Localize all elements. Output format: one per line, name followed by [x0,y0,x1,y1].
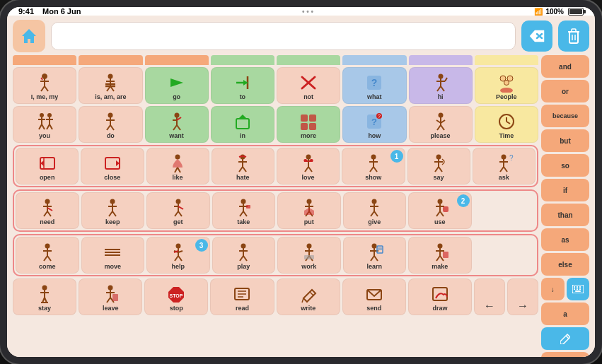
color-tab-5 [277,55,340,65]
svg-rect-191 [443,252,448,258]
svg-line-12 [45,86,48,91]
cell-send[interactable]: send [342,278,406,315]
cell-move[interactable]: move [81,237,145,274]
side-as[interactable]: as [541,228,589,251]
nav-left-icon: ← [484,300,495,312]
side-and[interactable]: and [541,55,589,78]
svg-line-91 [243,167,246,172]
cell-need[interactable]: need [16,192,79,229]
cell-not[interactable]: not [277,67,340,104]
svg-point-14 [108,74,113,79]
cell-get[interactable]: get [146,192,210,229]
cell-how[interactable]: ?? how [342,106,406,143]
svg-line-13 [41,78,42,80]
cell-what[interactable]: ? what [342,67,406,104]
svg-line-48 [50,124,52,129]
svg-rect-216 [577,286,578,288]
svg-rect-151 [443,206,448,212]
cell-i-me-my[interactable]: I, me, my [13,67,76,104]
cell-stop[interactable]: STOP stop [144,278,208,315]
nav-left-button[interactable]: ← [474,278,505,315]
cell-hate[interactable]: hate [212,148,274,184]
come-label: come [39,264,56,271]
svg-line-42 [39,124,42,129]
side-down[interactable]: ↓ [541,278,565,300]
work-icon [299,242,320,262]
side-if[interactable]: if [541,179,589,201]
cell-do[interactable]: do [79,106,142,143]
cell-more[interactable]: more [277,106,340,143]
svg-line-117 [47,208,52,211]
cell-give[interactable]: give [343,192,407,229]
cell-want[interactable]: want [145,106,209,143]
keyboard-button[interactable] [567,278,590,300]
cell-help[interactable]: 3 help [146,237,210,274]
ipad-screen: 9:41 Mon 6 Jun • • • 📶 100% [7,7,595,357]
trash-button[interactable] [558,20,589,52]
cell-make[interactable]: make [408,237,472,274]
write-icon [298,284,319,304]
is-am-are-icon [100,73,121,93]
cell-learn[interactable]: learn [343,237,407,274]
side-the[interactable]: the [541,352,589,357]
side-or[interactable]: or [541,80,589,102]
pencil-button[interactable] [541,327,589,350]
like-label: like [173,175,183,182]
cell-like[interactable]: like [146,148,209,184]
svg-point-37 [504,81,509,86]
svg-text:STOP: STOP [170,293,183,298]
cell-come[interactable]: come [16,237,79,274]
nav-right-button[interactable]: → [507,278,538,315]
cell-people[interactable]: People [475,67,538,104]
cell-stay[interactable]: stay [13,278,76,315]
cell-draw[interactable]: draw [408,278,472,315]
cell-use[interactable]: 2 use [408,192,472,229]
keep-icon [102,198,123,218]
cell-work[interactable]: work [277,237,341,274]
cell-go[interactable]: go [145,67,209,104]
home-button[interactable] [13,20,45,52]
side-because[interactable]: because [541,105,589,127]
close-icon [102,153,123,173]
cell-close[interactable]: close [81,148,144,184]
side-so[interactable]: so [541,154,589,177]
side-else[interactable]: else [541,253,589,276]
side-a[interactable]: a [541,303,589,325]
cell-please[interactable]: please [409,106,473,143]
cell-hi[interactable]: hi [409,67,473,104]
cell-you[interactable]: you [13,106,76,143]
main-grid: I, me, my is, am, are go [13,55,538,357]
svg-line-33 [441,86,444,91]
cell-keep[interactable]: keep [81,192,145,229]
cell-leave[interactable]: leave [79,278,142,315]
svg-line-32 [437,86,441,91]
cell-to[interactable]: to [211,67,274,104]
cell-is-am-are[interactable]: is, am, are [79,67,142,104]
side-but[interactable]: but [541,129,589,152]
cell-say[interactable]: say [407,148,470,184]
svg-line-94 [305,167,308,172]
text-input[interactable] [51,22,516,50]
cell-ask[interactable]: ? ask [473,148,536,184]
cell-play[interactable]: play [212,237,276,274]
cell-in[interactable]: in [211,106,274,143]
cell-put[interactable]: put [277,192,341,229]
cell-love[interactable]: love [277,148,340,184]
cell-read[interactable]: read [210,278,274,315]
not-label: not [303,94,313,101]
what-label: what [367,94,382,101]
cell-show[interactable]: 1 show [342,148,405,184]
cell-time[interactable]: Time [475,106,538,143]
cell-open[interactable]: open [16,148,79,184]
learn-label: learn [366,264,382,271]
home-icon [19,26,39,46]
put-label: put [304,219,314,226]
svg-line-78 [507,122,510,124]
svg-rect-219 [574,288,575,290]
cell-take[interactable]: take [212,192,276,229]
backspace-button[interactable] [521,20,552,52]
ipad-frame: 9:41 Mon 6 Jun • • • 📶 100% [0,0,602,364]
side-than[interactable]: than [541,204,589,226]
stay-label: stay [38,305,51,312]
cell-write[interactable]: write [277,278,340,315]
